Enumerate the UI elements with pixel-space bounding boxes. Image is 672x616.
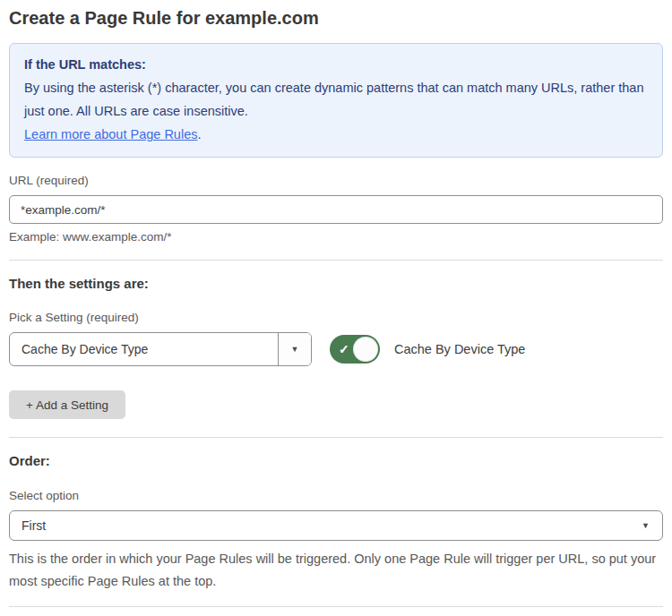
- learn-more-link[interactable]: Learn more about Page Rules: [24, 127, 197, 141]
- page-rule-form: Create a Page Rule for example.com If th…: [0, 0, 672, 616]
- url-example-helper: Example: www.example.com/*: [9, 230, 663, 244]
- info-box-heading: If the URL matches:: [24, 53, 648, 76]
- check-icon: ✓: [339, 342, 349, 356]
- page-title: Create a Page Rule for example.com: [9, 8, 663, 29]
- toggle-knob: [353, 337, 378, 362]
- toggle-label: Cache By Device Type: [394, 342, 525, 356]
- url-input[interactable]: [9, 195, 663, 224]
- info-box-link-line: Learn more about Page Rules.: [24, 123, 648, 146]
- add-setting-button[interactable]: + Add a Setting: [9, 390, 125, 419]
- pick-setting-label: Pick a Setting (required): [9, 311, 663, 324]
- order-select-value: First: [22, 518, 46, 533]
- cache-device-toggle[interactable]: ✓: [330, 335, 380, 364]
- divider: [9, 606, 663, 607]
- setting-select-value: Cache By Device Type: [10, 333, 278, 365]
- setting-select-arrow-button[interactable]: ▼: [278, 333, 311, 365]
- order-helper-text: This is the order in which your Page Rul…: [9, 548, 663, 593]
- link-period: .: [197, 127, 201, 141]
- divider: [9, 260, 663, 261]
- url-field-label: URL (required): [9, 174, 663, 187]
- order-section-heading: Order:: [9, 453, 663, 468]
- chevron-down-icon: ▼: [642, 521, 650, 530]
- setting-row: Cache By Device Type ▼ ✓ Cache By Device…: [9, 332, 663, 366]
- order-select-label: Select option: [9, 489, 663, 502]
- url-match-info-box: If the URL matches: By using the asteris…: [9, 43, 663, 158]
- info-box-body: By using the asterisk (*) character, you…: [24, 76, 648, 123]
- chevron-down-icon: ▼: [291, 345, 299, 354]
- settings-section-heading: Then the settings are:: [9, 276, 663, 291]
- setting-select[interactable]: Cache By Device Type ▼: [9, 332, 312, 366]
- divider: [9, 437, 663, 438]
- order-select[interactable]: First ▼: [9, 510, 663, 541]
